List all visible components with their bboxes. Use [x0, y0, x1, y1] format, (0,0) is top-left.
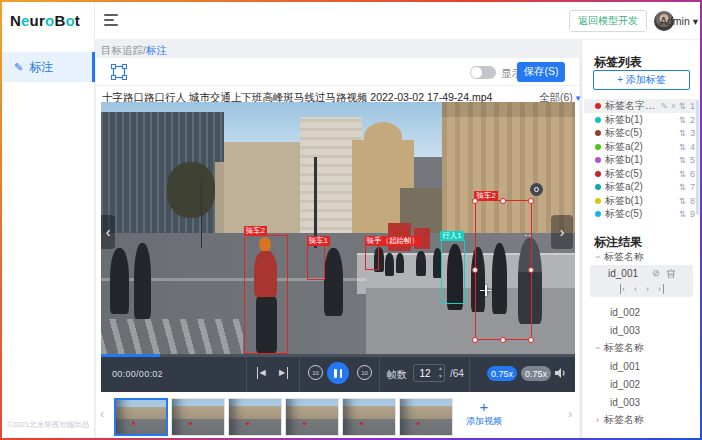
hide-icon[interactable]: ⊘ — [652, 268, 660, 278]
prev-icon[interactable]: ‹ — [634, 284, 637, 294]
result-id: id_001 — [610, 361, 640, 372]
prev-frame-button[interactable]: ◀ — [257, 367, 266, 379]
logo-letter: B — [54, 12, 65, 29]
result-id-row[interactable]: id_001 — [584, 358, 698, 374]
result-group[interactable]: › 标签名称 — [584, 412, 698, 428]
bounding-box[interactable]: 骑车1 — [307, 245, 325, 280]
result-id: id_002 — [610, 379, 640, 390]
bounding-box[interactable]: 行人1 — [441, 240, 465, 304]
result-group-name: 标签名称 — [604, 250, 644, 264]
bounding-box-selected[interactable]: 骑车2 — [475, 200, 532, 340]
show-annotation-toggle[interactable] — [470, 66, 496, 79]
add-label-button[interactable]: + 添加标签 — [593, 70, 690, 90]
back-to-model-dev-button[interactable]: 返回模型开发 — [569, 10, 647, 32]
edit-icon[interactable]: ✎ — [661, 101, 668, 111]
video-prev-arrow[interactable]: ‹ — [101, 215, 115, 249]
result-group[interactable]: › 标签名称 — [584, 340, 698, 356]
result-id-row[interactable]: id_002 — [584, 304, 698, 320]
label-order: 5 — [688, 155, 695, 165]
resize-handle[interactable] — [528, 337, 534, 343]
pause-button[interactable] — [327, 362, 349, 384]
frame-count-label: 帧数 — [387, 368, 407, 382]
last-frame-icon[interactable]: › — [658, 284, 664, 294]
first-frame-icon[interactable]: ‹ — [620, 284, 626, 294]
label-name: 标签a(2) — [605, 180, 676, 194]
filmstrip-next-arrow[interactable]: › — [568, 406, 572, 421]
sort-icon[interactable]: ⇅ — [679, 115, 686, 125]
video-thumbnail[interactable] — [285, 398, 339, 436]
rect-select-tool-icon[interactable] — [111, 64, 127, 80]
filmstrip-prev-arrow[interactable]: ‹ — [100, 406, 104, 421]
delete-icon[interactable]: × — [671, 101, 676, 111]
result-group[interactable]: › 标签名称 — [584, 249, 698, 265]
save-button[interactable]: 保存(S) — [517, 62, 565, 82]
scene-person — [396, 253, 404, 273]
label-row[interactable]: 标签名字最长数... ✎ × ⇅ 1 — [584, 99, 698, 113]
sort-icon[interactable]: ⇅ — [679, 142, 686, 152]
progress-bar[interactable] — [101, 354, 575, 357]
trash-icon[interactable] — [667, 269, 675, 278]
next-frame-button[interactable]: ▶ — [279, 367, 288, 379]
sort-icon[interactable]: ⇅ — [679, 169, 686, 179]
rewind-10-button[interactable]: 10 — [308, 365, 323, 380]
video-frame[interactable]: 骑车2 骑车1 骑手（起始帧） 行人1 骑车2 — [101, 102, 575, 354]
copyright-text: ©2021北京矩视智能出品 — [7, 420, 89, 430]
result-id-row[interactable]: id_003 — [584, 322, 698, 338]
video-thumbnail[interactable] — [171, 398, 225, 436]
menu-collapse-icon[interactable] — [104, 14, 118, 26]
sidebar-item-annotate[interactable]: ✎ 标注 — [2, 52, 95, 82]
label-row[interactable]: 标签c(5) ⇅ 9 — [584, 207, 698, 221]
label-name: 标签c(5) — [605, 126, 676, 140]
speed-pill-active[interactable]: 0.75x — [487, 366, 517, 381]
label-order: 7 — [688, 182, 695, 192]
volume-icon[interactable] — [555, 367, 568, 379]
next-icon[interactable]: › — [646, 284, 649, 294]
label-row[interactable]: 标签a(2) ⇅ 7 — [584, 180, 698, 194]
label-row[interactable]: 标签b(1) ⇅ 2 — [584, 113, 698, 127]
resize-handle[interactable] — [500, 198, 506, 204]
label-row[interactable]: 标签a(2) ⇅ 4 — [584, 140, 698, 154]
label-order: 4 — [688, 142, 695, 152]
scene-person — [324, 248, 343, 316]
scrollbar[interactable] — [696, 100, 699, 215]
scene-person — [416, 251, 425, 276]
label-row[interactable]: 标签c(5) ⇅ 6 — [584, 167, 698, 181]
sort-icon[interactable]: ⇅ — [679, 128, 686, 138]
video-next-arrow[interactable]: › — [551, 215, 573, 249]
video-thumbnail[interactable] — [342, 398, 396, 436]
frame-spin-up[interactable]: ▲ — [437, 366, 444, 371]
breadcrumb-current: 标注 — [146, 44, 167, 56]
label-order: 9 — [688, 209, 695, 219]
forward-10-button[interactable]: 10 — [357, 365, 372, 380]
result-id-row[interactable]: id_002 — [584, 376, 698, 392]
label-row[interactable]: 标签b(1) ⇅ 8 — [584, 194, 698, 208]
label-row[interactable]: 标签b(1) ⇅ 5 — [584, 153, 698, 167]
user-menu[interactable]: Admin ▾ — [660, 15, 698, 27]
box-action-button[interactable] — [530, 183, 543, 196]
right-panel: 标签列表 + 添加标签 标签名字最长数... ✎ × ⇅ 1 标签b(1) ⇅ … — [581, 40, 700, 438]
video-thumbnail[interactable] — [399, 398, 453, 436]
sort-icon[interactable]: ⇅ — [679, 155, 686, 165]
resize-handle[interactable] — [472, 267, 478, 273]
sort-icon[interactable]: ⇅ — [679, 196, 686, 206]
result-id-row[interactable]: id_003 — [584, 394, 698, 410]
plus-icon: + — [454, 398, 514, 415]
bounding-box[interactable]: 骑手（起始帧） — [365, 245, 379, 270]
bounding-box[interactable]: 骑车2 — [244, 235, 288, 354]
resize-handle[interactable] — [528, 198, 534, 204]
sort-icon[interactable]: ⇅ — [679, 101, 686, 111]
frame-spin-down[interactable]: ▼ — [437, 374, 444, 379]
label-row[interactable]: 标签c(5) ⇅ 3 — [584, 126, 698, 140]
result-id-selected[interactable]: id_001 ⊘ ‹ ‹ › › — [590, 265, 693, 297]
sort-icon[interactable]: ⇅ — [679, 209, 686, 219]
scene-person — [134, 243, 151, 319]
sort-icon[interactable]: ⇅ — [679, 182, 686, 192]
breadcrumb-parent[interactable]: 目标追踪 — [101, 44, 143, 56]
video-thumbnail[interactable] — [114, 398, 168, 436]
logo-letter: t — [75, 12, 80, 29]
video-thumbnail[interactable] — [228, 398, 282, 436]
add-video-button[interactable]: + 添加视频 — [454, 398, 514, 436]
chevron-left-icon: ‹ — [106, 224, 111, 240]
label-name: 标签b(1) — [605, 113, 676, 127]
speed-pill-inactive[interactable]: 0.75x — [521, 366, 551, 381]
